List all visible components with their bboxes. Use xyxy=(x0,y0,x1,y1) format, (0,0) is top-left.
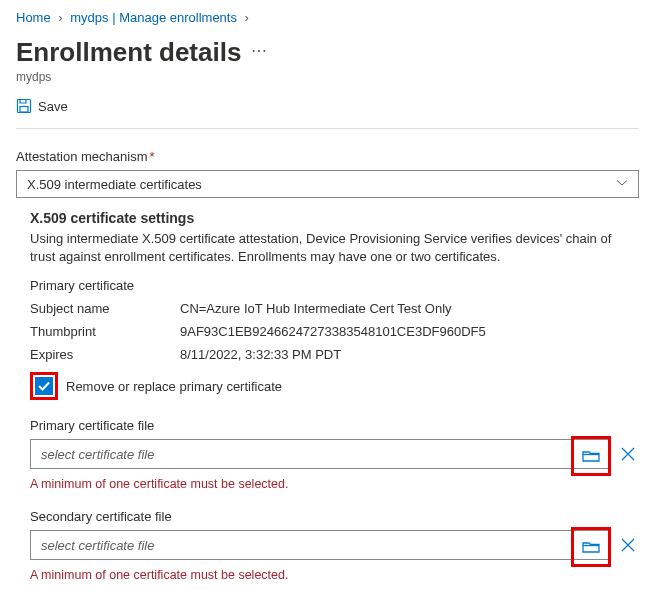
secondary-file-input[interactable]: select certificate file xyxy=(30,530,611,560)
subject-label: Subject name xyxy=(30,301,180,316)
check-icon xyxy=(37,379,51,393)
remove-replace-checkbox[interactable] xyxy=(35,377,53,395)
svg-rect-1 xyxy=(20,107,28,113)
thumbprint-row: Thumbprint 9AF93C1EB92466247273383548101… xyxy=(30,324,639,339)
secondary-clear-button[interactable] xyxy=(617,534,639,556)
secondary-file-placeholder: select certificate file xyxy=(41,538,154,553)
attestation-value: X.509 intermediate certificates xyxy=(27,177,202,192)
save-icon xyxy=(16,98,32,114)
subject-row: Subject name CN=Azure IoT Hub Intermedia… xyxy=(30,301,639,316)
highlight-checkbox xyxy=(30,372,58,400)
secondary-browse-button[interactable] xyxy=(576,532,606,562)
close-icon xyxy=(620,537,636,553)
breadcrumb-home[interactable]: Home xyxy=(16,10,51,25)
chevron-right-icon: › xyxy=(245,10,249,25)
expires-row: Expires 8/11/2022, 3:32:33 PM PDT xyxy=(30,347,639,362)
secondary-file-error: A minimum of one certificate must be sel… xyxy=(30,568,639,582)
page-subtitle: mydps xyxy=(16,70,639,84)
save-button[interactable]: Save xyxy=(16,98,639,114)
breadcrumb: Home › mydps | Manage enrollments › xyxy=(16,10,639,25)
chevron-down-icon xyxy=(616,177,628,192)
thumbprint-value: 9AF93C1EB92466247273383548101CE3DF960DF5 xyxy=(180,324,639,339)
attestation-label: Attestation mechanism* xyxy=(16,149,639,164)
remove-replace-label: Remove or replace primary certificate xyxy=(66,379,282,394)
x509-heading: X.509 certificate settings xyxy=(30,210,639,226)
close-icon xyxy=(620,446,636,462)
folder-icon xyxy=(582,448,600,464)
expires-label: Expires xyxy=(30,347,180,362)
primary-file-placeholder: select certificate file xyxy=(41,447,154,462)
attestation-select[interactable]: X.509 intermediate certificates xyxy=(16,170,639,198)
highlight-secondary-folder xyxy=(571,527,611,567)
expires-value: 8/11/2022, 3:32:33 PM PDT xyxy=(180,347,639,362)
primary-file-input[interactable]: select certificate file xyxy=(30,439,611,469)
secondary-file-label: Secondary certificate file xyxy=(30,509,639,524)
primary-cert-heading: Primary certificate xyxy=(30,278,639,293)
highlight-primary-folder xyxy=(571,436,611,476)
breadcrumb-mydps[interactable]: mydps | Manage enrollments xyxy=(70,10,237,25)
primary-browse-button[interactable] xyxy=(576,441,606,471)
thumbprint-label: Thumbprint xyxy=(30,324,180,339)
page-title: Enrollment details xyxy=(16,37,241,68)
more-actions-icon[interactable]: ⋯ xyxy=(251,41,267,60)
primary-clear-button[interactable] xyxy=(617,443,639,465)
subject-value: CN=Azure IoT Hub Intermediate Cert Test … xyxy=(180,301,639,316)
primary-file-error: A minimum of one certificate must be sel… xyxy=(30,477,639,491)
save-label: Save xyxy=(38,99,68,114)
x509-description: Using intermediate X.509 certificate att… xyxy=(30,230,639,266)
primary-file-label: Primary certificate file xyxy=(30,418,639,433)
chevron-right-icon: › xyxy=(58,10,62,25)
folder-icon xyxy=(582,539,600,555)
